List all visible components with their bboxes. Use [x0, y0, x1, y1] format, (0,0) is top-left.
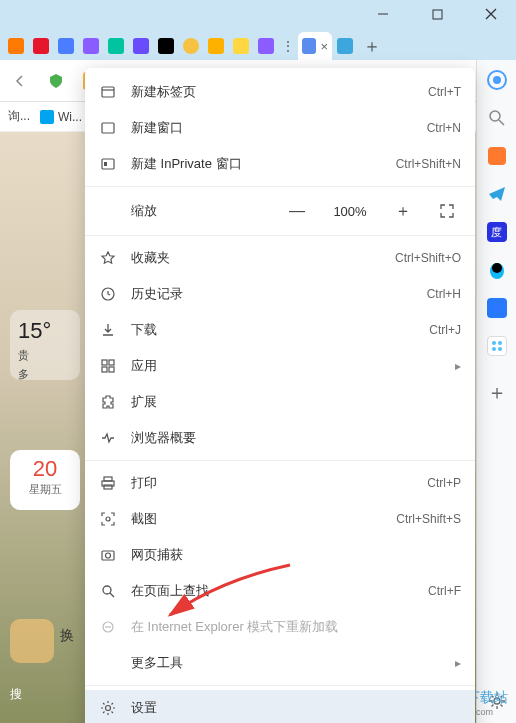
shopping-icon[interactable]	[485, 144, 509, 168]
fullscreen-button[interactable]	[433, 197, 461, 225]
svg-point-18	[492, 347, 496, 351]
tab-last[interactable]	[333, 32, 357, 60]
menu-downloads[interactable]: 下载 Ctrl+J	[85, 312, 475, 348]
telegram-icon[interactable]	[485, 182, 509, 206]
tab-6[interactable]	[129, 32, 153, 60]
shield-icon[interactable]	[42, 67, 70, 95]
tab-5[interactable]	[104, 32, 128, 60]
qq-icon[interactable]	[485, 258, 509, 282]
download-icon	[99, 322, 117, 338]
tab-12[interactable]: ⋮	[279, 32, 297, 60]
svg-point-17	[498, 341, 502, 345]
weather-temp: 15°	[18, 318, 72, 344]
date-weekday: 星期五	[16, 482, 74, 497]
close-button[interactable]	[474, 0, 508, 28]
maximize-button[interactable]	[420, 0, 454, 28]
tab-3[interactable]	[54, 32, 78, 60]
extension-icon	[99, 394, 117, 410]
inprivate-icon	[99, 156, 117, 172]
menu-more-tools[interactable]: 更多工具 ▸	[85, 645, 475, 681]
performance-icon	[99, 430, 117, 446]
menu-screenshot[interactable]: 截图 Ctrl+Shift+S	[85, 501, 475, 537]
date-number: 20	[16, 456, 74, 482]
menu-new-tab[interactable]: 新建标签页 Ctrl+T	[85, 74, 475, 110]
swap-label: 换	[60, 627, 74, 645]
app-icon-2[interactable]	[485, 334, 509, 358]
paw-icon	[302, 38, 316, 54]
weather-loc2: 多	[18, 367, 72, 382]
zoom-out-button[interactable]: —	[281, 197, 313, 225]
date-widget[interactable]: 20 星期五	[10, 450, 80, 510]
menu-ie-mode: 在 Internet Explorer 模式下重新加载	[85, 609, 475, 645]
apps-icon	[99, 358, 117, 374]
svg-rect-35	[102, 551, 114, 560]
menu-settings[interactable]: 设置	[85, 690, 475, 723]
minimize-button[interactable]	[366, 0, 400, 28]
menu-new-window[interactable]: 新建窗口 Ctrl+N	[85, 110, 475, 146]
menu-history[interactable]: 历史记录 Ctrl+H	[85, 276, 475, 312]
svg-point-19	[498, 347, 502, 351]
baidu-icon[interactable]: 度	[485, 220, 509, 244]
svg-rect-1	[433, 10, 442, 19]
menu-webcapture[interactable]: 网页捕获	[85, 537, 475, 573]
svg-point-40	[106, 706, 111, 711]
menu-new-inprivate[interactable]: 新建 InPrivate 窗口 Ctrl+Shift+N	[85, 146, 475, 182]
chevron-right-icon: ▸	[455, 656, 461, 670]
tab-11[interactable]	[254, 32, 278, 60]
svg-rect-27	[102, 360, 107, 365]
tab-8[interactable]	[179, 32, 203, 60]
mini-card-1[interactable]	[10, 619, 54, 663]
back-button[interactable]	[6, 67, 34, 95]
menu-apps[interactable]: 应用 ▸	[85, 348, 475, 384]
tab-1[interactable]	[4, 32, 28, 60]
svg-rect-30	[109, 367, 114, 372]
tab-close-icon[interactable]: ×	[320, 39, 328, 54]
menu-favorites[interactable]: 收藏夹 Ctrl+Shift+O	[85, 240, 475, 276]
menu-zoom-row: 缩放 — 100% ＋	[85, 191, 475, 231]
zoom-in-button[interactable]: ＋	[387, 197, 419, 225]
print-icon	[99, 475, 117, 491]
sidebar-add-button[interactable]: ＋	[485, 380, 509, 404]
window-titlebar	[0, 0, 516, 28]
bottom-widgets	[10, 619, 54, 663]
tab-2[interactable]	[29, 32, 53, 60]
tab-10[interactable]	[229, 32, 253, 60]
tab-9[interactable]	[204, 32, 228, 60]
more-menu: 新建标签页 Ctrl+T 新建窗口 Ctrl+N 新建 InPrivate 窗口…	[85, 68, 475, 723]
menu-performance[interactable]: 浏览器概要	[85, 420, 475, 456]
svg-line-13	[499, 120, 504, 125]
screenshot-icon	[99, 511, 117, 527]
new-tab-icon	[99, 84, 117, 100]
svg-rect-23	[102, 123, 114, 133]
search-sidebar-icon[interactable]	[485, 106, 509, 130]
webcapture-icon	[99, 547, 117, 563]
svg-point-37	[103, 586, 111, 594]
tab-strip: ⋮ × ＋	[0, 28, 516, 60]
right-sidebar: 度 ＋	[476, 60, 516, 723]
menu-extensions[interactable]: 扩展	[85, 384, 475, 420]
menu-print[interactable]: 打印 Ctrl+P	[85, 465, 475, 501]
svg-rect-24	[102, 159, 114, 169]
star-icon	[99, 250, 117, 266]
weather-widget[interactable]: 15° 贵 多	[10, 310, 80, 380]
svg-point-36	[106, 553, 111, 558]
svg-rect-31	[104, 477, 112, 481]
zoom-label: 缩放	[131, 202, 267, 220]
tab-active[interactable]: ×	[298, 32, 332, 60]
menu-find[interactable]: 在页面上查找 Ctrl+F	[85, 573, 475, 609]
bookmark-item-1[interactable]: 询...	[8, 108, 30, 125]
app-icon-1[interactable]	[485, 296, 509, 320]
tab-7[interactable]	[154, 32, 178, 60]
bottom-search-label: 搜	[10, 686, 22, 703]
zoom-percent: 100%	[327, 204, 373, 219]
tab-4[interactable]	[79, 32, 103, 60]
gear-icon	[99, 700, 117, 716]
svg-rect-21	[102, 87, 114, 97]
chevron-right-icon: ▸	[455, 359, 461, 373]
new-tab-button[interactable]: ＋	[358, 32, 386, 60]
new-window-icon	[99, 120, 117, 136]
bookmark-item-2[interactable]: Wi...	[40, 110, 82, 124]
svg-point-16	[492, 341, 496, 345]
menu-separator	[85, 460, 475, 461]
copilot-icon[interactable]	[485, 68, 509, 92]
